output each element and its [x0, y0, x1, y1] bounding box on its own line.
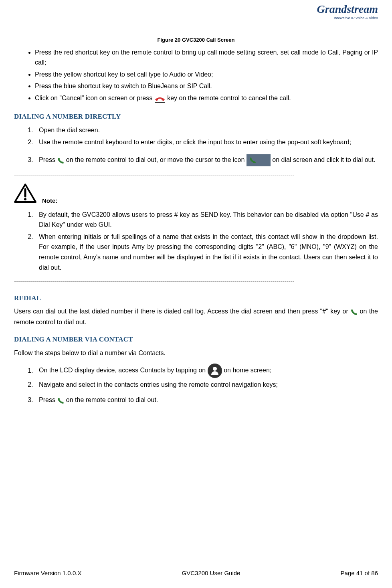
- call-icon: [350, 307, 358, 317]
- text-fragment: Press: [39, 396, 55, 403]
- text-fragment: on the remote control to dial out, or mo…: [66, 156, 245, 163]
- list-item: Open the dial screen.: [35, 125, 378, 135]
- list-item: Navigate and select in the contacts entr…: [35, 380, 378, 390]
- dial-contact-steps: On the LCD display device, access Contac…: [14, 364, 378, 390]
- list-item: When entering initials or full spellings…: [35, 232, 378, 273]
- list-item: Press the blue shortcut key to switch to…: [35, 81, 378, 91]
- footer-title: GVC3200 User Guide: [182, 569, 240, 578]
- page-footer: Firmware Version 1.0.0.X GVC3200 User Gu…: [14, 569, 378, 578]
- text-fragment: Click on "Cancel" icon on screen or pres…: [35, 95, 152, 101]
- list-item: Click on "Cancel" icon on screen or pres…: [35, 93, 378, 104]
- dial-direct-steps: Open the dial screen. Use the remote con…: [14, 125, 378, 147]
- hangup-icon: [154, 93, 166, 104]
- list-item: Press the red shortcut key on the remote…: [35, 47, 378, 68]
- logo-text: Grandstream: [317, 3, 378, 15]
- note-label: Note:: [42, 196, 57, 206]
- heading-dial-contact: DIALING A NUMBER VIA CONTACT: [14, 334, 378, 345]
- list-item: By default, the GVC3200 allows users to …: [35, 210, 378, 230]
- svg-point-3: [24, 198, 26, 200]
- dial-contact-intro: Follow the steps below to dial a number …: [14, 348, 378, 358]
- text-fragment: on home screen;: [224, 367, 271, 374]
- dial-direct-steps-cont: Press on the remote control to dial out,…: [14, 154, 378, 166]
- logo-tagline: Innovative IP Voice & Video: [317, 16, 378, 21]
- contacts-app-icon: [208, 364, 222, 378]
- brand-logo: Grandstream Innovative IP Voice & Video: [317, 4, 378, 21]
- text-fragment: Users can dial out the last dialed numbe…: [14, 308, 348, 315]
- figure-caption: Figure 20 GVC3200 Call Screen: [14, 36, 378, 44]
- list-item: Press the yellow shortcut key to set cal…: [35, 69, 378, 80]
- list-item: Press on the remote control to dial out,…: [35, 154, 378, 166]
- list-item: Use the remote control keyboard to enter…: [35, 137, 378, 148]
- dial-button-icon: [247, 154, 271, 166]
- warning-icon: [14, 184, 36, 206]
- footer-firmware: Firmware Version 1.0.0.X: [14, 569, 81, 578]
- heading-dial-directly: DIALING A NUMBER DIRECTLY: [14, 111, 378, 122]
- heading-redial: REDIAL: [14, 293, 378, 303]
- list-item: Press on the remote control to dial out.: [35, 395, 378, 406]
- text-fragment: Press: [39, 156, 55, 163]
- call-icon: [57, 395, 64, 406]
- divider: ----------------------------------------…: [14, 170, 378, 180]
- list-item: On the LCD display device, access Contac…: [35, 364, 378, 378]
- text-fragment: on dial screen and click it to dial out.: [272, 156, 375, 163]
- call-icon: [57, 155, 64, 166]
- text-fragment: on the remote control to dial out.: [66, 396, 158, 403]
- divider: ----------------------------------------…: [14, 277, 378, 286]
- footer-page: Page 41 of 86: [341, 569, 378, 578]
- intro-bullet-list: Press the red shortcut key on the remote…: [14, 47, 378, 104]
- redial-paragraph: Users can dial out the last dialed numbe…: [14, 306, 378, 327]
- dial-contact-steps-cont: Press on the remote control to dial out.: [14, 395, 378, 406]
- text-fragment: key on the remote control to cancel the …: [167, 95, 291, 101]
- note-steps: By default, the GVC3200 allows users to …: [14, 210, 378, 273]
- text-fragment: On the LCD display device, access Contac…: [39, 367, 206, 374]
- note-header: Note:: [14, 184, 378, 206]
